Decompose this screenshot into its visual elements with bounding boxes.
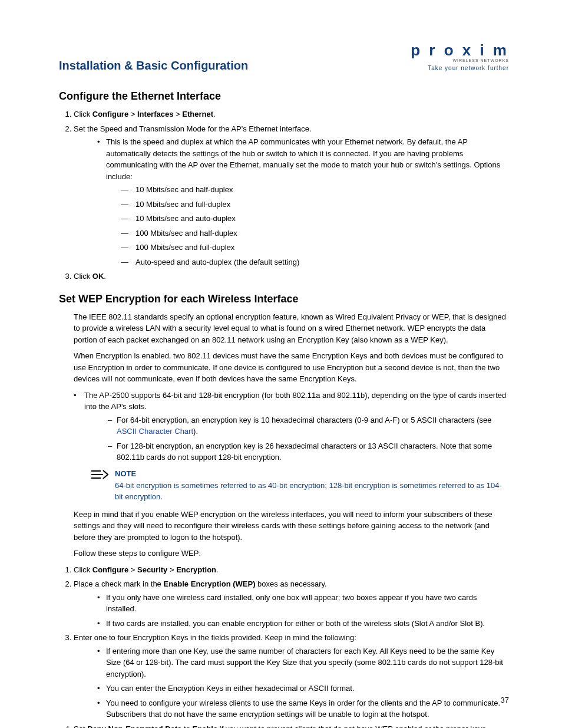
dash-item: 10 Mbits/sec and half-duplex	[121, 184, 509, 196]
note-label: NOTE	[115, 469, 509, 478]
text: .	[104, 272, 106, 281]
bold-text: Ethernet	[182, 110, 213, 118]
endash-item: For 64-bit encryption, an encryption key…	[108, 414, 509, 437]
text: boxes as necessary.	[255, 579, 326, 588]
text: Set	[74, 724, 87, 729]
note-text: 64-bit encryption is sometimes referred …	[115, 480, 509, 503]
text: ).	[193, 427, 198, 436]
bold-text: Configure	[92, 110, 128, 118]
text: >	[167, 565, 176, 574]
ethernet-steps: Click Configure > Interfaces > Ethernet.…	[74, 108, 509, 282]
text: to	[182, 724, 193, 729]
step-item: Set the Speed and Transmission Mode for …	[74, 123, 509, 268]
bold-text: Enable	[193, 724, 218, 729]
note-arrow-icon	[91, 469, 115, 503]
dash-item: 100 Mbits/sec and full-duplex	[121, 242, 509, 253]
wep-steps: Click Configure > Security > Encryption.…	[74, 564, 509, 729]
step-item: Place a check mark in the Enable Encrypt…	[74, 578, 509, 629]
ascii-chart-link[interactable]: ASCII Character Chart	[117, 427, 193, 436]
bullet-item: If two cards are installed, you can enab…	[97, 618, 509, 630]
text: Click	[74, 110, 92, 118]
section-heading-ethernet: Configure the Ethernet Interface	[59, 90, 509, 103]
step-item: Click Configure > Security > Encryption.	[74, 564, 509, 576]
paragraph: Keep in mind that if you enable WEP encr…	[74, 509, 509, 543]
bold-text: OK	[92, 272, 104, 281]
text: >	[173, 110, 182, 118]
note-block: NOTE 64-bit encryption is sometimes refe…	[91, 469, 509, 503]
bold-text: Interfaces	[137, 110, 173, 118]
bold-text: Security	[137, 565, 167, 574]
bullet-item: If you only have one wireless card insta…	[97, 592, 509, 615]
text: >	[128, 110, 137, 118]
dash-item: Auto-speed and auto-duplex (the default …	[121, 256, 509, 268]
section-heading-wep: Set WEP Encryption for each Wireless Int…	[59, 293, 509, 305]
endash-item: For 128-bit encryption, an encryption ke…	[108, 440, 509, 463]
dash-item: 10 Mbits/sec and full-duplex	[121, 199, 509, 210]
text: This is the speed and duplex at which th…	[106, 137, 500, 181]
logo: p r o x i m WIRELESS NETWORKS Take your …	[411, 41, 509, 71]
text: .	[213, 110, 216, 118]
bullet-item: This is the speed and duplex at which th…	[97, 136, 509, 268]
bold-text: Configure	[92, 565, 128, 574]
text: Set the Speed and Transmission Mode for …	[74, 124, 312, 133]
step-item: Enter one to four Encryption Keys in the…	[74, 632, 509, 720]
dash-item: 10 Mbits/sec and auto-duplex	[121, 213, 509, 225]
logo-tagline: Take your network further	[411, 65, 509, 71]
text: Enter one to four Encryption Keys in the…	[74, 633, 356, 642]
bold-text: Enable Encryption (WEP)	[163, 579, 255, 588]
bold-text: Deny Non-Encrypted Data	[87, 724, 181, 729]
text: Click	[74, 565, 92, 574]
paragraph: When Encryption is enabled, two 802.11 d…	[74, 350, 509, 385]
bold-text: Encryption	[176, 565, 216, 574]
paragraph: The IEEE 802.11 standards specify an opt…	[74, 311, 509, 346]
logo-wordmark: p r o x i m	[411, 41, 509, 60]
chapter-title: Installation & Basic Configuration	[59, 59, 248, 73]
step-item: Click Configure > Interfaces > Ethernet.	[74, 108, 509, 120]
wep-bullet-list: The AP-2500 supports 64-bit and 128-bit …	[74, 390, 509, 463]
text: >	[128, 565, 137, 574]
bullet-item: You need to configure your wireless clie…	[97, 697, 509, 720]
paragraph: Follow these steps to configure WEP:	[74, 548, 509, 559]
step-item: Click OK.	[74, 271, 509, 282]
bullet-item: If entering more than one Key, use the s…	[97, 645, 509, 680]
text: Click	[74, 272, 92, 281]
text: The AP-2500 supports 64-bit and 128-bit …	[84, 391, 506, 411]
page-number: 37	[501, 696, 509, 704]
dash-item: 100 Mbits/sec and half-duplex	[121, 228, 509, 239]
text: For 64-bit encryption, an encryption key…	[117, 416, 492, 424]
step-item: Set Deny Non-Encrypted Data to Enable if…	[74, 723, 509, 729]
page-header: Installation & Basic Configuration p r o…	[59, 41, 509, 73]
bullet-item: The AP-2500 supports 64-bit and 128-bit …	[74, 390, 509, 463]
text: .	[216, 565, 219, 574]
bullet-item: You can enter the Encryption Keys in eit…	[97, 683, 509, 694]
text: Place a check mark in the	[74, 579, 163, 588]
